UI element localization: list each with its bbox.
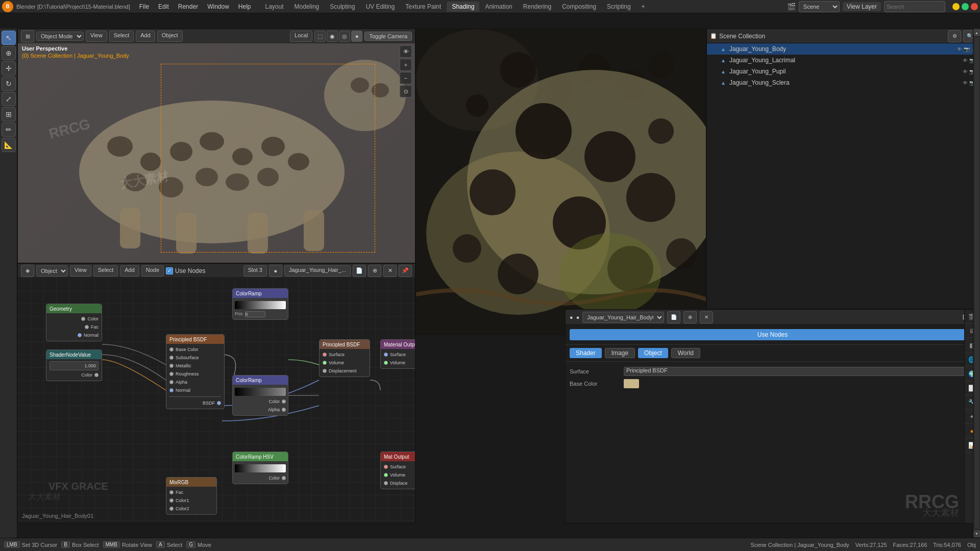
annotate-tool[interactable]: ✏ xyxy=(2,122,16,137)
scale-tool[interactable]: ⤢ xyxy=(2,92,16,106)
zoom-out-btn[interactable]: − xyxy=(400,72,412,84)
ortho-persp-btn[interactable]: ⊙ xyxy=(400,85,412,97)
tab-compositing[interactable]: Compositing xyxy=(557,2,601,12)
image-tab[interactable]: Image xyxy=(605,348,635,358)
tab-shading[interactable]: Shading xyxy=(447,2,479,12)
node-select-menu[interactable]: Select xyxy=(93,265,118,277)
maximize-button[interactable] xyxy=(962,3,969,10)
world-tab[interactable]: World xyxy=(671,348,700,358)
node-type-icon[interactable]: ◈ xyxy=(21,265,34,277)
mat-out-node-2[interactable]: Mat Output Surface Volume Displace xyxy=(380,452,415,489)
tab-uv-editing[interactable]: UV Editing xyxy=(361,2,400,12)
slot-select[interactable]: Slot 3 xyxy=(243,265,267,277)
3d-viewport[interactable]: RRCG 大大素材 ⊞ Object Mode View Select Add … xyxy=(17,29,415,263)
menu-help[interactable]: Help xyxy=(234,2,255,11)
outliner-item-pupil[interactable]: ▲ Jaguar_Young_Pupil 👁 📷 xyxy=(707,66,979,77)
close-mat-icon[interactable]: ✕ xyxy=(700,311,713,323)
tab-layout[interactable]: Layout xyxy=(260,2,289,12)
close-material-icon[interactable]: ✕ xyxy=(383,265,397,277)
rotate-tool[interactable]: ↻ xyxy=(2,77,16,91)
object-mode-select[interactable]: Object Mode xyxy=(36,32,84,41)
tab-animation[interactable]: Animation xyxy=(480,2,517,12)
tab-modeling[interactable]: Modeling xyxy=(289,2,325,12)
render-icon-body[interactable]: 📷 xyxy=(964,46,970,52)
view-menu[interactable]: View xyxy=(86,31,107,42)
cursor-tool[interactable]: ⊕ xyxy=(2,46,16,60)
select-tool[interactable]: ↖ xyxy=(2,31,16,45)
image-viewport[interactable] xyxy=(415,29,706,335)
node-editor[interactable]: ◈ Object View Select Add Node ✓ Use Node… xyxy=(17,263,415,523)
new-material-icon[interactable]: 📄 xyxy=(353,265,366,277)
new-mat-icon[interactable]: 📄 xyxy=(667,311,680,323)
add-menu[interactable]: Add xyxy=(136,31,155,42)
tab-add[interactable]: + xyxy=(636,2,650,12)
geometry-node[interactable]: Geometry Color Fac Normal xyxy=(46,304,102,341)
node-add-menu[interactable]: Add xyxy=(120,265,139,277)
material-btn[interactable]: ◎ xyxy=(339,31,350,42)
menu-render[interactable]: Render xyxy=(174,2,202,11)
tab-rendering[interactable]: Rendering xyxy=(518,2,556,12)
shader-tab[interactable]: Shader xyxy=(570,348,602,358)
scroll-up-btn[interactable]: ▲ xyxy=(974,30,980,36)
texture-node[interactable]: ShaderNodeValue 1.000 Color xyxy=(46,349,102,381)
zoom-in-btn[interactable]: + xyxy=(400,59,412,71)
menu-edit[interactable]: Edit xyxy=(154,2,173,11)
node-view-menu[interactable]: View xyxy=(70,265,91,277)
tab-sculpting[interactable]: Sculpting xyxy=(325,2,360,12)
scroll-thumb[interactable] xyxy=(975,38,979,529)
scroll-down-btn[interactable]: ▼ xyxy=(974,531,980,537)
material-output-node[interactable]: Material Output Surface Volume xyxy=(380,339,415,369)
view-layer-label[interactable]: View Layer xyxy=(843,2,881,11)
menu-file[interactable]: File xyxy=(135,2,153,11)
colorramp-node-3[interactable]: ColorRamp HSV Color xyxy=(232,452,288,484)
node-node-menu[interactable]: Node xyxy=(141,265,164,277)
material-name-btn[interactable]: Jaguar_Young_Hair_... xyxy=(284,265,351,277)
shader-output-node[interactable]: Principled BSDF Surface Volume Displacem… xyxy=(319,339,370,377)
visibility-icon-lacrimal[interactable]: 👁 xyxy=(963,58,968,63)
outliner-item-lacrimal[interactable]: ▲ Jaguar_Young_Lacrimal 👁 📷 xyxy=(707,55,979,66)
copy-material-icon[interactable]: ⊕ xyxy=(368,265,381,277)
use-nodes-row: Use Nodes xyxy=(566,325,979,345)
toggle-camera-btn[interactable]: Toggle Camera xyxy=(364,32,412,41)
close-button[interactable] xyxy=(971,3,978,10)
transform-tool[interactable]: ⊞ xyxy=(2,107,16,121)
local-btn[interactable]: Local xyxy=(290,31,312,42)
node-mode-select[interactable]: Object xyxy=(36,265,68,277)
select-menu[interactable]: Select xyxy=(109,31,134,42)
tab-texture-paint[interactable]: Texture Paint xyxy=(400,2,446,12)
numpad-view-btn[interactable]: 👁 xyxy=(400,45,412,58)
visibility-icon-sclera[interactable]: 👁 xyxy=(963,80,968,86)
tab-scripting[interactable]: Scripting xyxy=(602,2,636,12)
solid-btn[interactable]: ◉ xyxy=(327,31,338,42)
object-menu[interactable]: Object xyxy=(157,31,183,42)
search-input[interactable] xyxy=(884,1,945,12)
mix-node[interactable]: MixRGB Fac Color1 Color2 xyxy=(166,477,217,515)
outliner-filter-icon[interactable]: ⚙ xyxy=(948,30,961,42)
measure-tool[interactable]: 📐 xyxy=(2,138,16,152)
copy-mat-icon[interactable]: ⊕ xyxy=(683,311,697,323)
menu-window[interactable]: Window xyxy=(203,2,233,11)
rendered-btn[interactable]: ● xyxy=(351,31,362,42)
outliner-item-sclera[interactable]: ▲ Jaguar_Young_Sclera 👁 📷 xyxy=(707,77,979,88)
wireframe-btn[interactable]: ⬚ xyxy=(314,31,326,42)
principled-bsdf-node[interactable]: Principled BSDF Base Color Subsurface Me… xyxy=(166,334,225,409)
scene-select[interactable]: Scene xyxy=(799,1,840,12)
viewport-type-icon[interactable]: ⊞ xyxy=(21,30,34,42)
move-tool[interactable]: ✛ xyxy=(2,61,16,76)
visibility-icon-body[interactable]: 👁 xyxy=(957,46,962,52)
object-tab[interactable]: Object xyxy=(638,348,668,358)
tris-info: Tris:54,076 xyxy=(933,542,961,548)
visibility-icon-pupil[interactable]: 👁 xyxy=(963,69,968,74)
surface-value[interactable]: Principled BSDF xyxy=(624,367,975,376)
outliner-item-jaguar-body[interactable]: ▲ Jaguar_Young_Body 👁 📷 ↗ xyxy=(707,43,979,55)
pin-icon[interactable]: 📌 xyxy=(399,265,412,277)
colorramp-node-1[interactable]: ColorRamp Pos xyxy=(232,288,288,320)
base-color-swatch[interactable] xyxy=(624,379,639,388)
colorramp-node-2[interactable]: ColorRamp Color Alpha xyxy=(232,375,288,416)
node-canvas[interactable]: Geometry Color Fac Normal Color xyxy=(18,278,415,523)
minimize-button[interactable] xyxy=(952,3,960,10)
use-nodes-button[interactable]: Use Nodes xyxy=(570,329,975,340)
use-nodes-checkbox[interactable]: ✓ xyxy=(166,267,173,274)
material-name-select[interactable]: Jaguar_Young_Hair_Body01 xyxy=(582,312,664,323)
right-scroll: ▲ ▼ xyxy=(973,29,980,538)
